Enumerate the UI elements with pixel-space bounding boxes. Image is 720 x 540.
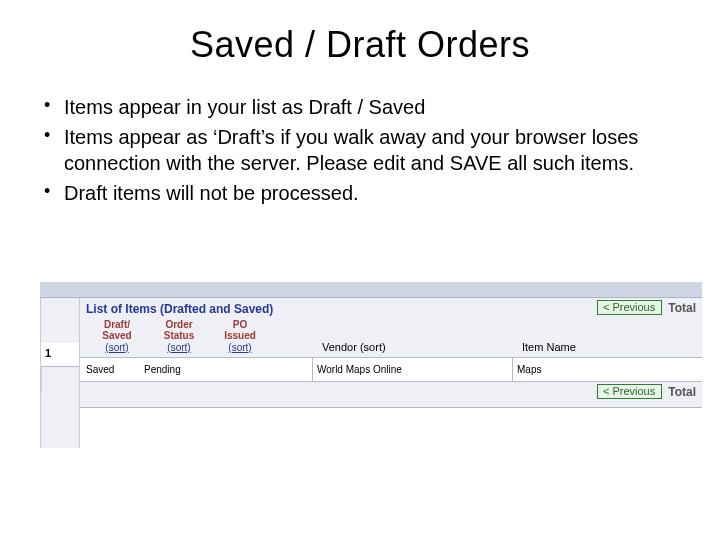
table-footer: < Previous Total	[80, 382, 702, 408]
row-number-column: 1	[40, 298, 80, 448]
total-label: Total	[668, 385, 696, 399]
col-header-item-name: Item Name	[518, 341, 696, 353]
col-header-order-status: Order Status (sort)	[148, 320, 210, 353]
bullet-item: Items appear as ‘Draft’s if you walk awa…	[40, 124, 680, 176]
table-header: < Previous Total List of Items (Drafted …	[80, 298, 702, 358]
bullet-item: Items appear in your list as Draft / Sav…	[40, 94, 680, 120]
sort-link[interactable]: (sort)	[228, 342, 251, 353]
cell-item-name: Maps	[512, 358, 702, 381]
col-header-draft-saved: Draft/ Saved (sort)	[86, 320, 148, 353]
cell-vendor: World Maps Online	[312, 358, 512, 381]
col-header-po-issued: PO Issued (sort)	[210, 320, 270, 353]
row-number: 1	[41, 343, 79, 367]
bullet-item: Draft items will not be processed.	[40, 180, 680, 206]
page-title: Saved / Draft Orders	[0, 24, 720, 66]
table-row: Saved Pending World Maps Online Maps	[80, 358, 702, 382]
cell-draft-saved: Saved	[80, 364, 142, 375]
previous-button[interactable]: < Previous	[597, 300, 662, 315]
total-label: Total	[668, 301, 696, 315]
embedded-table-screenshot: 1 < Previous Total List of Items (Drafte…	[40, 282, 702, 452]
previous-button[interactable]: < Previous	[597, 384, 662, 399]
col-header-vendor: Vendor (sort)	[318, 341, 518, 353]
cell-order-status: Pending	[142, 364, 204, 375]
bullet-list: Items appear in your list as Draft / Sav…	[0, 94, 720, 206]
sort-link[interactable]: (sort)	[105, 342, 128, 353]
sort-link[interactable]: (sort)	[167, 342, 190, 353]
sort-link[interactable]: (sort)	[360, 341, 386, 353]
table-outer-band	[40, 282, 702, 298]
